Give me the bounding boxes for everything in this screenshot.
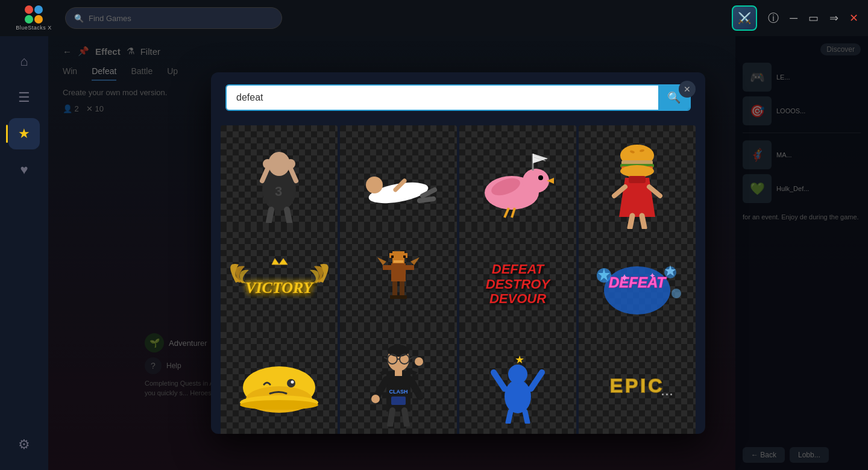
- bird-flag-svg: [476, 148, 560, 220]
- minimize-button[interactable]: ─: [790, 12, 797, 25]
- close-button[interactable]: ✕: [849, 11, 858, 25]
- cell-content-4: [579, 125, 696, 242]
- cell-content-7: DEFEATDESTROYDEVOUR: [459, 226, 576, 343]
- cell-content-1: 3: [221, 125, 338, 242]
- topbar-search-icon: 🔍: [74, 14, 84, 23]
- svg-rect-45: [391, 263, 406, 281]
- svg-line-13: [420, 199, 433, 201]
- celebration-svg: ★: [482, 345, 554, 424]
- help-button[interactable]: ⓘ: [768, 11, 779, 25]
- svg-text:✦: ✦: [649, 272, 655, 280]
- grid-cell-5[interactable]: VICTORY: [221, 226, 338, 343]
- sidebar-item-favorites[interactable]: ♥: [8, 154, 40, 186]
- sidebar-item-settings[interactable]: ⚙: [8, 429, 40, 460]
- svg-rect-49: [400, 281, 404, 296]
- cell-content-3: [459, 125, 576, 242]
- defeat-person-svg: 3: [246, 145, 312, 223]
- svg-point-54: [604, 266, 670, 315]
- modal-close-button[interactable]: ✕: [679, 81, 696, 98]
- svg-line-90: [525, 412, 527, 422]
- svg-rect-48: [392, 281, 397, 296]
- svg-line-75: [409, 357, 413, 359]
- svg-rect-32: [629, 176, 646, 183]
- pixel-sprite-svg: [374, 248, 423, 321]
- sidebar-item-library[interactable]: ☰: [8, 82, 40, 113]
- grid-cell-9[interactable]: [221, 326, 338, 434]
- cell-content-11: ★: [459, 326, 576, 434]
- defeat-destroy-text: DEFEATDESTROYDEVOUR: [486, 262, 550, 306]
- svg-point-81: [371, 395, 380, 403]
- svg-text:CLASH: CLASH: [389, 389, 408, 395]
- svg-text:EPIC: EPIC: [610, 375, 665, 396]
- grid-cell-11[interactable]: ★: [459, 326, 576, 434]
- grid-cell-4[interactable]: [579, 125, 696, 242]
- grid-cell-2[interactable]: [340, 125, 457, 242]
- svg-text:...: ...: [661, 386, 674, 398]
- svg-rect-78: [395, 369, 402, 376]
- victory-svg: VICTORY: [224, 255, 335, 310]
- grid-cell-1[interactable]: 3: [221, 125, 338, 242]
- svg-text:DEFEAT: DEFEAT: [609, 274, 667, 290]
- svg-rect-47: [406, 265, 414, 270]
- svg-point-6: [286, 159, 295, 169]
- logo-label: BlueStacks X: [16, 25, 52, 31]
- emoji-blob-svg: [237, 354, 321, 415]
- avatar-badge[interactable]: ⚔️: [732, 5, 757, 31]
- svg-rect-46: [383, 265, 391, 270]
- svg-point-86: [508, 365, 527, 384]
- close-icon: ✕: [684, 84, 691, 94]
- logo-area: BlueStacks X: [10, 5, 58, 31]
- burger-person-svg: [607, 139, 667, 229]
- grid-cell-12[interactable]: EPIC ...: [579, 326, 696, 434]
- topbar-search-text: Find Games: [89, 14, 131, 23]
- logo-dot-green: [25, 15, 33, 24]
- defeat-badge-svg: DEFEAT ✦ ✦: [589, 248, 685, 321]
- topbar: BlueStacks X 🔍 Find Games ⚔️ ⓘ ─ ▭ ⇒ ✕: [0, 0, 868, 36]
- svg-point-66: [240, 400, 318, 410]
- restore-button[interactable]: ▭: [808, 11, 819, 25]
- svg-point-82: [415, 357, 423, 366]
- svg-line-80: [410, 380, 420, 396]
- cell-content-5: VICTORY: [221, 226, 338, 343]
- modal-overlay: 🔍 ✕: [48, 36, 868, 470]
- results-grid: 3: [211, 121, 705, 434]
- svg-text:3: 3: [275, 184, 282, 199]
- svg-point-17: [538, 175, 543, 180]
- app-shell: BlueStacks X 🔍 Find Games ⚔️ ⓘ ─ ▭ ⇒ ✕ ⌂…: [0, 0, 868, 470]
- svg-point-10: [366, 177, 383, 193]
- fallen-person-svg: [356, 160, 441, 208]
- logo-circles: [25, 5, 43, 14]
- sidebar-item-home[interactable]: ⌂: [8, 46, 40, 77]
- sidebar-item-effects[interactable]: ★: [8, 118, 40, 149]
- grid-cell-7[interactable]: DEFEATDESTROYDEVOUR: [459, 226, 576, 343]
- modal-header: 🔍 ✕: [211, 72, 705, 121]
- svg-point-85: [505, 380, 531, 413]
- grid-cell-8[interactable]: DEFEAT ✦ ✦: [579, 226, 696, 343]
- forward-button[interactable]: ⇒: [829, 11, 838, 25]
- logo-dot-blue: [34, 5, 43, 14]
- svg-rect-51: [398, 295, 407, 299]
- search-input[interactable]: [227, 86, 658, 110]
- grid-cell-10[interactable]: CLASH: [340, 326, 457, 434]
- victory-text: VICTORY: [224, 255, 335, 313]
- cell-content-12: EPIC ...: [579, 326, 696, 434]
- cell-content-9: [221, 326, 338, 434]
- svg-rect-43: [403, 255, 406, 258]
- svg-line-89: [508, 412, 511, 422]
- grid-cell-3[interactable]: [459, 125, 576, 242]
- svg-text:★: ★: [515, 354, 524, 366]
- cell-content-2: [340, 125, 457, 242]
- svg-line-74: [384, 357, 388, 359]
- topbar-search[interactable]: 🔍 Find Games: [65, 7, 282, 29]
- svg-point-57: [671, 289, 681, 298]
- cell-content-6: [340, 226, 457, 343]
- logo-dot-yellow: [34, 15, 43, 24]
- svg-rect-44: [394, 260, 403, 263]
- svg-line-84: [404, 410, 407, 425]
- sidebar: ⌂ ☰ ★ ♥ ⚙: [0, 36, 48, 470]
- svg-text:VICTORY: VICTORY: [245, 279, 314, 296]
- grid-cell-6[interactable]: [340, 226, 457, 343]
- search-box: 🔍: [225, 84, 691, 111]
- home-icon: ⌂: [20, 54, 28, 69]
- search-modal: 🔍 ✕: [211, 72, 705, 434]
